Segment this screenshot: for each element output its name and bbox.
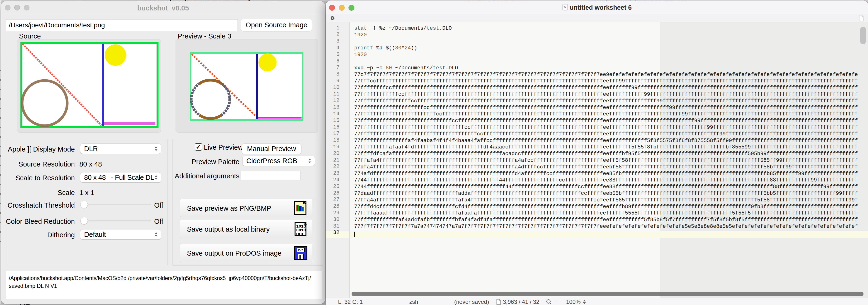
svg-text:B: B [564, 5, 566, 9]
svg-text:0010: 0010 [296, 228, 306, 233]
